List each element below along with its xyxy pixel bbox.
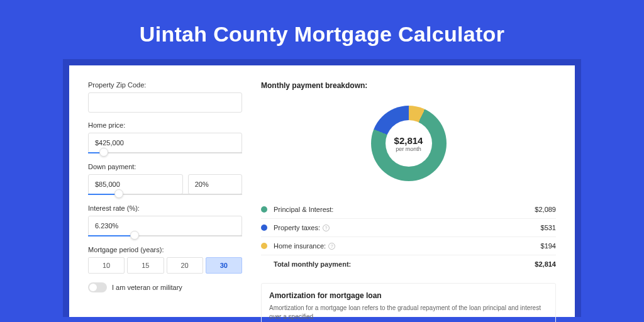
value-principal: $2,089 [535, 206, 556, 213]
legend-principal: Principal & Interest: $2,089 [261, 201, 556, 219]
down-payment-field: Down payment: [88, 163, 242, 196]
value-taxes: $531 [541, 224, 556, 231]
period-btn-20[interactable]: 20 [167, 257, 203, 274]
calculator-card: Property Zip Code: Home price: Down paym… [69, 65, 575, 317]
mortgage-period-field: Mortgage period (years): 10 15 20 30 [88, 246, 242, 274]
zip-input[interactable] [88, 92, 242, 113]
home-price-slider[interactable] [88, 152, 242, 154]
donut-chart-area: $2,814 per month [261, 96, 556, 191]
donut-center: $2,814 per month [386, 120, 432, 167]
info-icon[interactable]: ? [323, 225, 330, 231]
veteran-toggle[interactable] [88, 282, 107, 292]
value-insurance: $194 [541, 242, 556, 250]
amortization-text: Amortization for a mortgage loan refers … [269, 304, 548, 321]
period-btn-30[interactable]: 30 [206, 257, 242, 274]
down-payment-percent-input[interactable] [188, 174, 242, 194]
label-insurance: Home insurance: ? [274, 242, 541, 250]
breakdown-title: Monthly payment breakdown: [261, 81, 556, 90]
zip-field: Property Zip Code: [88, 81, 242, 113]
home-price-label: Home price: [88, 121, 242, 129]
donut-chart: $2,814 per month [371, 106, 447, 181]
interest-rate-field: Interest rate (%): [88, 204, 242, 237]
donut-amount: $2,814 [394, 135, 423, 146]
down-payment-label: Down payment: [88, 163, 242, 170]
value-total: $2,814 [535, 260, 556, 268]
down-payment-slider[interactable] [88, 193, 242, 196]
zip-label: Property Zip Code: [88, 81, 242, 89]
interest-rate-slider[interactable] [88, 235, 242, 237]
period-btn-15[interactable]: 15 [127, 257, 164, 274]
veteran-toggle-row: I am veteran or military [88, 282, 242, 292]
label-principal: Principal & Interest: [274, 206, 535, 213]
breakdown-panel: Monthly payment breakdown: $2,814 per mo… [261, 81, 556, 317]
dot-insurance [261, 243, 267, 249]
dot-taxes [261, 225, 267, 231]
page-title: Uintah County Mortgage Calculator [0, 0, 644, 59]
dot-principal [261, 206, 267, 213]
info-icon[interactable]: ? [328, 243, 335, 250]
donut-sub: per month [396, 146, 421, 152]
label-total: Total monthly payment: [274, 260, 535, 268]
inputs-panel: Property Zip Code: Home price: Down paym… [88, 81, 242, 317]
down-payment-input[interactable] [88, 174, 183, 194]
interest-rate-label: Interest rate (%): [88, 204, 242, 212]
amortization-title: Amortization for mortgage loan [269, 291, 548, 300]
legend-taxes: Property taxes: ? $531 [261, 219, 556, 237]
card-container: Property Zip Code: Home price: Down paym… [63, 59, 581, 317]
interest-rate-input[interactable] [88, 216, 242, 236]
home-price-field: Home price: [88, 121, 242, 154]
period-buttons: 10 15 20 30 [88, 257, 242, 274]
amortization-box: Amortization for mortgage loan Amortizat… [261, 283, 556, 322]
legend-total: Total monthly payment: $2,814 [261, 255, 556, 273]
home-price-input[interactable] [88, 133, 242, 153]
legend-insurance: Home insurance: ? $194 [261, 237, 556, 255]
label-taxes: Property taxes: ? [274, 224, 541, 231]
veteran-label: I am veteran or military [112, 284, 182, 291]
mortgage-period-label: Mortgage period (years): [88, 246, 242, 253]
period-btn-10[interactable]: 10 [88, 257, 125, 274]
